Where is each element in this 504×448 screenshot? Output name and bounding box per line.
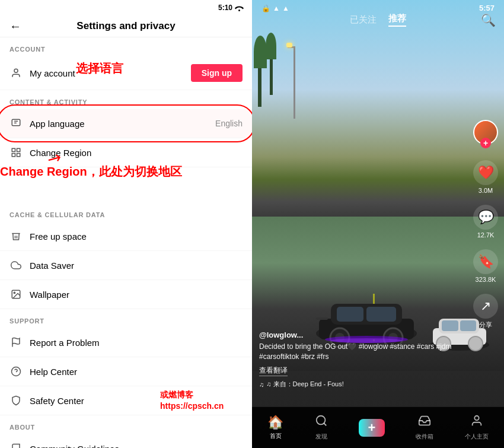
- translate-link[interactable]: 查看翻译: [259, 366, 288, 376]
- tree-top-2: [266, 33, 276, 59]
- nav-profile[interactable]: 个人主页: [465, 414, 489, 441]
- question-icon: [9, 365, 23, 378]
- my-account-label: My account: [30, 68, 191, 78]
- video-info: @lowglow... Decided to bring the OG out🖤…: [259, 331, 468, 389]
- video-description: Decided to bring the OG out🖤 #lowglow #s…: [259, 342, 468, 362]
- cache-section-label: CACHE & CELLULAR DATA: [0, 203, 252, 222]
- light-1: [286, 43, 292, 47]
- wifi-icon-right: ▲: [273, 4, 280, 12]
- menu-item-change-region[interactable]: Change Region: [0, 138, 252, 167]
- svg-point-30: [468, 336, 483, 351]
- svg-rect-27: [442, 320, 458, 331]
- menu-item-community-guidelines[interactable]: Community Guidelines: [0, 434, 252, 448]
- nav-inbox[interactable]: 收件箱: [416, 414, 433, 441]
- bookmark-count: 323.8K: [476, 276, 496, 283]
- svg-rect-17: [316, 317, 328, 320]
- svg-point-31: [316, 416, 325, 425]
- home-label: 首页: [270, 432, 282, 440]
- share-label: 分享: [479, 320, 492, 329]
- language-icon: [9, 117, 23, 130]
- svg-point-33: [474, 416, 479, 420]
- tiktok-bottom-nav: 🏠 首页 发现 + 收件箱: [252, 406, 504, 448]
- svg-point-8: [14, 292, 15, 293]
- report-problem-label: Report a Problem: [30, 338, 243, 348]
- share-button[interactable]: ↗ 分享: [473, 294, 498, 329]
- change-region-label: Change Region: [30, 148, 243, 158]
- content-activity-label: CONTENT & ACTIVITY: [0, 90, 252, 109]
- tree-trunk-2: [270, 53, 273, 95]
- music-label: ♫ 来自：Deep End - Fous!: [266, 380, 344, 389]
- tab-recommend[interactable]: 推荐: [388, 13, 406, 27]
- app-language-value: English: [215, 119, 243, 128]
- svg-rect-15: [337, 307, 363, 322]
- svg-point-1: [14, 69, 18, 72]
- app-language-label: App language: [30, 119, 215, 129]
- time-right: 5:57: [479, 4, 495, 12]
- like-button[interactable]: ❤️ 3.0M: [473, 160, 498, 194]
- menu-item-wallpaper[interactable]: Wallpaper: [0, 280, 252, 309]
- free-up-space-label: Free up space: [30, 231, 243, 242]
- like-icon: ❤️: [473, 160, 498, 185]
- nav-discover[interactable]: 发现: [315, 414, 328, 441]
- support-section-label: SUPPORT: [0, 309, 252, 328]
- tab-following[interactable]: 已关注: [350, 14, 377, 26]
- settings-panel: 5:10 ← Settings and privacy ACCOUNT My a…: [0, 0, 252, 448]
- menu-item-my-account[interactable]: My account Sign up: [0, 56, 252, 90]
- svg-point-0: [238, 9, 240, 11]
- signup-button[interactable]: Sign up: [191, 64, 243, 82]
- menu-item-safety-center[interactable]: Safety Center: [0, 386, 252, 415]
- settings-title: Settings and privacy: [76, 20, 175, 32]
- svg-rect-5: [12, 154, 15, 157]
- profile-label: 个人主页: [465, 433, 489, 441]
- cloud-icon: [9, 259, 23, 272]
- music-note-icon: ♫: [259, 381, 264, 388]
- inbox-icon: [418, 414, 431, 431]
- svg-rect-3: [12, 148, 15, 151]
- shield-icon: [9, 394, 23, 407]
- menu-item-free-up-space[interactable]: Free up space: [0, 222, 252, 251]
- tiktok-action-bar: + ❤️ 3.0M 💬 12.7K 🔖 323.8K ↗ 分享: [473, 120, 498, 329]
- light-pole-1: [294, 47, 295, 119]
- menu-item-report-problem[interactable]: Report a Problem: [0, 328, 252, 357]
- settings-header: ← Settings and privacy: [0, 15, 252, 37]
- svg-rect-6: [17, 154, 20, 157]
- menu-item-app-language[interactable]: App language English: [0, 109, 252, 138]
- svg-rect-4: [17, 148, 20, 151]
- menu-item-data-saver[interactable]: Data Saver: [0, 251, 252, 280]
- book-icon: [9, 442, 23, 448]
- tree-top-1: [254, 36, 267, 68]
- add-icon: +: [368, 420, 376, 436]
- data-saver-label: Data Saver: [30, 260, 243, 271]
- trash-icon: [9, 230, 23, 243]
- profile-icon: [470, 414, 483, 431]
- account-section-label: ACCOUNT: [0, 37, 252, 56]
- signal-icon-right: ▲: [282, 4, 289, 12]
- community-guidelines-label: Community Guidelines: [30, 444, 243, 449]
- video-music: ♫ ♫ 来自：Deep End - Fous!: [259, 380, 468, 389]
- person-icon: [9, 66, 23, 80]
- like-count: 3.0M: [479, 187, 493, 194]
- nav-add[interactable]: +: [359, 419, 385, 437]
- wallpaper-label: Wallpaper: [30, 290, 243, 300]
- comment-count: 12.7K: [477, 231, 495, 239]
- video-username: @lowglow...: [259, 331, 468, 339]
- add-video-button[interactable]: +: [359, 419, 385, 437]
- status-bar-left: 5:10: [0, 0, 252, 15]
- tiktok-top-nav: 已关注 推荐: [252, 13, 504, 27]
- status-icons-left: 🔒 ▲ ▲: [261, 4, 289, 12]
- follow-plus-badge: +: [480, 138, 491, 148]
- about-section-label: ABOUT: [0, 415, 252, 434]
- share-icon: ↗: [473, 294, 498, 319]
- menu-item-help-center[interactable]: Help Center: [0, 357, 252, 386]
- bookmark-button[interactable]: 🔖 323.8K: [473, 249, 498, 283]
- creator-avatar-container[interactable]: +: [473, 120, 498, 145]
- back-button[interactable]: ←: [9, 20, 21, 33]
- bookmark-icon: 🔖: [473, 249, 498, 274]
- comment-button[interactable]: 💬 12.7K: [473, 205, 498, 239]
- image-icon: [9, 288, 23, 301]
- flag-icon: [9, 336, 23, 349]
- status-time-left: 5:10: [218, 4, 232, 12]
- search-icon-tiktok[interactable]: 🔍: [481, 13, 496, 27]
- help-center-label: Help Center: [30, 367, 243, 377]
- nav-home[interactable]: 🏠 首页: [267, 415, 283, 440]
